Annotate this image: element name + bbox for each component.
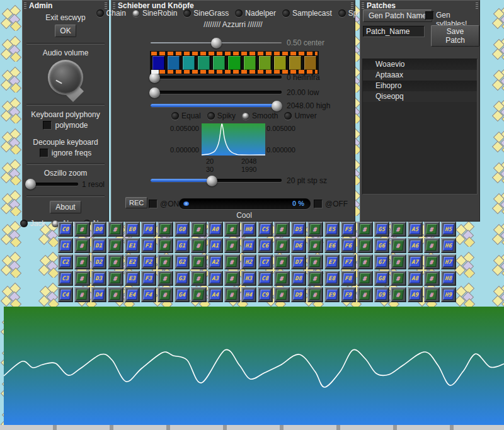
key-d5[interactable]: D5 <box>291 222 306 237</box>
key-g7[interactable]: G7 <box>374 254 389 269</box>
key-sharp[interactable]: # <box>391 254 406 269</box>
key-f4[interactable]: F4 <box>141 287 156 302</box>
key-g6[interactable]: G6 <box>374 238 389 253</box>
key-f9[interactable]: F9 <box>341 287 356 302</box>
key-e6[interactable]: E6 <box>324 238 340 253</box>
plt-stp-slider-thumb[interactable] <box>207 176 217 186</box>
key-c1[interactable]: C1 <box>58 238 73 253</box>
key-sharp[interactable]: # <box>224 287 239 302</box>
radio-chain[interactable] <box>96 9 104 17</box>
about-button[interactable]: About <box>50 201 81 213</box>
key-d3[interactable]: D3 <box>91 271 106 286</box>
key-h3[interactable]: H3 <box>241 271 256 286</box>
gen-syllables-checkbox[interactable] <box>425 11 434 20</box>
key-sharp[interactable]: # <box>191 287 206 302</box>
key-sharp[interactable]: # <box>74 254 89 269</box>
key-sharp[interactable]: # <box>391 271 406 286</box>
key-sharp[interactable]: # <box>224 271 239 286</box>
drag-grip-icon[interactable] <box>105 3 107 9</box>
key-sharp[interactable]: # <box>158 222 173 237</box>
key-g3[interactable]: G3 <box>175 271 190 286</box>
drag-grip-icon[interactable] <box>351 3 353 9</box>
radio-samplecast[interactable] <box>282 9 290 17</box>
key-sharp[interactable]: # <box>424 271 439 286</box>
key-sharp[interactable]: # <box>74 287 89 302</box>
key-sharp[interactable]: # <box>391 238 406 253</box>
oszillo-zoom-slider-thumb[interactable] <box>25 179 36 190</box>
radio-sinerobin[interactable] <box>132 9 140 17</box>
key-sharp[interactable]: # <box>307 287 323 302</box>
key-c7[interactable]: C7 <box>258 254 273 269</box>
key-d8[interactable]: D8 <box>291 271 306 286</box>
key-sharp[interactable]: # <box>307 271 323 286</box>
key-e7[interactable]: E7 <box>324 254 340 269</box>
key-h6[interactable]: H6 <box>441 238 456 253</box>
key-h9[interactable]: H9 <box>441 287 456 302</box>
key-e0[interactable]: E0 <box>125 222 140 237</box>
plt-stp-slider[interactable] <box>151 175 282 186</box>
key-sharp[interactable]: # <box>74 238 89 253</box>
key-c4[interactable]: C4 <box>58 287 73 302</box>
key-h8[interactable]: H8 <box>441 271 456 286</box>
patch-list-item[interactable]: Qiseopq <box>363 91 477 102</box>
key-c0[interactable]: C0 <box>58 222 73 237</box>
save-patch-button[interactable]: Save Patch <box>431 25 479 47</box>
key-sharp[interactable]: # <box>108 287 123 302</box>
key-a1[interactable]: A1 <box>208 238 223 253</box>
patch-list-item[interactable]: Aptaaax <box>363 70 477 81</box>
key-sharp[interactable]: # <box>307 254 323 269</box>
key-sharp[interactable]: # <box>74 222 89 237</box>
low-slider[interactable] <box>151 87 282 98</box>
key-e2[interactable]: E2 <box>125 254 140 269</box>
key-sharp[interactable]: # <box>158 238 173 253</box>
key-sharp[interactable]: # <box>424 254 439 269</box>
key-a3[interactable]: A3 <box>208 271 223 286</box>
low-slider-thumb[interactable] <box>149 88 160 98</box>
key-c5[interactable]: C5 <box>258 222 273 237</box>
key-d7[interactable]: D7 <box>291 254 306 269</box>
key-f1[interactable]: F1 <box>141 238 156 253</box>
key-a6[interactable]: A6 <box>408 238 423 253</box>
key-f2[interactable]: F2 <box>141 254 156 269</box>
key-sharp[interactable]: # <box>191 222 206 237</box>
key-sharp[interactable]: # <box>191 254 206 269</box>
audio-volume-knob[interactable] <box>45 59 86 100</box>
key-e3[interactable]: E3 <box>125 271 140 286</box>
radio-equal[interactable] <box>171 112 179 120</box>
key-sharp[interactable]: # <box>357 254 372 269</box>
key-g2[interactable]: G2 <box>175 254 190 269</box>
key-e4[interactable]: E4 <box>125 287 140 302</box>
key-e1[interactable]: E1 <box>125 238 140 253</box>
knob-dial[interactable] <box>50 62 81 93</box>
key-sharp[interactable]: # <box>274 287 289 302</box>
key-g0[interactable]: G0 <box>175 222 190 237</box>
drag-grip-icon[interactable] <box>113 3 115 9</box>
key-sharp[interactable]: # <box>307 238 323 253</box>
radio-umver[interactable] <box>284 112 292 120</box>
key-sharp[interactable]: # <box>108 271 123 286</box>
key-sharp[interactable]: # <box>224 222 239 237</box>
at-on-checkbox[interactable] <box>149 200 158 208</box>
key-sharp[interactable]: # <box>274 222 289 237</box>
radio-jack[interactable] <box>20 220 28 227</box>
key-d2[interactable]: D2 <box>91 254 106 269</box>
high-slider[interactable] <box>151 100 282 111</box>
key-a8[interactable]: A8 <box>408 271 423 286</box>
key-f8[interactable]: F8 <box>341 271 356 286</box>
key-sharp[interactable]: # <box>224 238 239 253</box>
radio-spiky[interactable] <box>207 112 215 120</box>
rec-button[interactable]: REC <box>125 197 147 208</box>
key-sharp[interactable]: # <box>307 222 323 237</box>
key-sharp[interactable]: # <box>357 238 372 253</box>
key-a4[interactable]: A4 <box>208 287 223 302</box>
key-sharp[interactable]: # <box>391 222 406 237</box>
at-off-checkbox[interactable] <box>314 200 323 208</box>
key-sharp[interactable]: # <box>74 271 89 286</box>
key-sharp[interactable]: # <box>108 254 123 269</box>
ignore-freqs-checkbox[interactable] <box>40 149 49 157</box>
key-h4[interactable]: H4 <box>241 287 256 302</box>
key-d6[interactable]: D6 <box>291 238 306 253</box>
key-sharp[interactable]: # <box>424 287 439 302</box>
key-f5[interactable]: F5 <box>341 222 356 237</box>
key-g8[interactable]: G8 <box>374 271 389 286</box>
